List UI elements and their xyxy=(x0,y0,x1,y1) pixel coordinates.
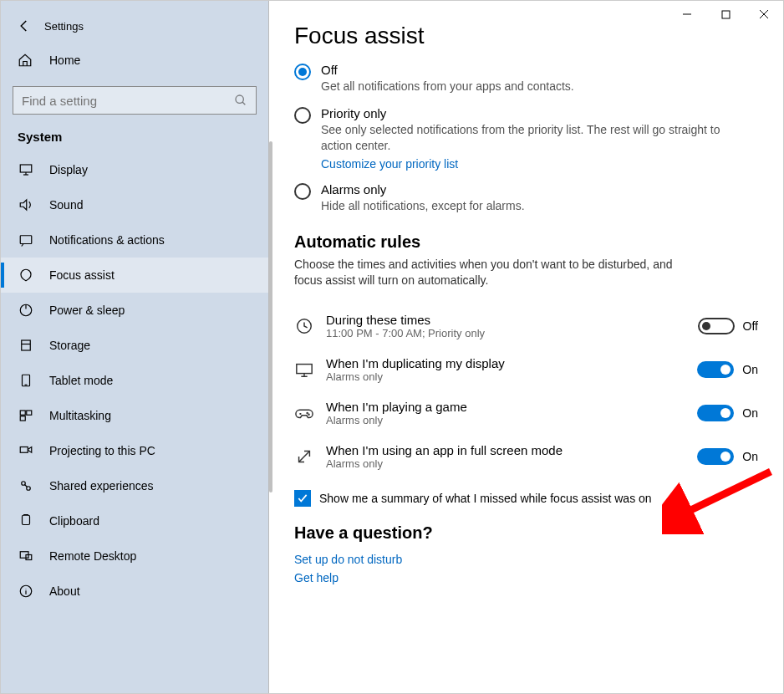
search-input[interactable] xyxy=(22,94,234,108)
radio-option-off[interactable]: OffGet all notifications from your apps … xyxy=(294,63,729,94)
rule-toggle-label: On xyxy=(742,450,758,463)
rule-title: When I'm duplicating my display xyxy=(326,356,697,370)
home-label: Home xyxy=(49,54,80,67)
sidebar-item-power-sleep[interactable]: Power & sleep xyxy=(1,293,268,328)
rule-toggle[interactable] xyxy=(697,448,734,465)
svg-rect-20 xyxy=(23,515,30,524)
nav-label: Projecting to this PC xyxy=(49,444,155,457)
summary-checkbox[interactable] xyxy=(294,490,311,507)
nav-icon xyxy=(18,232,34,247)
svg-marker-5 xyxy=(20,200,27,210)
radio-icon xyxy=(294,64,311,80)
nav-icon xyxy=(18,303,34,318)
rule-when-i-m-using-an-app-in-full-screen-mode[interactable]: When I'm using an app in full screen mod… xyxy=(294,435,758,478)
rule-toggle[interactable] xyxy=(697,405,734,421)
sidebar-item-multitasking[interactable]: Multitasking xyxy=(1,398,268,433)
rule-toggle-label: On xyxy=(742,363,758,376)
automatic-rules-heading: Automatic rules xyxy=(294,232,758,252)
svg-rect-27 xyxy=(722,11,730,18)
nav-icon xyxy=(18,268,34,283)
customize-link[interactable]: Customize your priority list xyxy=(321,157,458,171)
sidebar-item-notifications-actions[interactable]: Notifications & actions xyxy=(1,222,268,258)
home-icon xyxy=(18,53,34,68)
home-nav[interactable]: Home xyxy=(1,41,268,79)
sidebar-item-projecting-to-this-pc[interactable]: Projecting to this PC xyxy=(1,433,268,468)
radio-desc: Get all notifications from your apps and… xyxy=(321,79,729,94)
close-button[interactable] xyxy=(745,1,783,28)
nav-label: Notifications & actions xyxy=(49,233,165,247)
radio-option-alarms-only[interactable]: Alarms onlyHide all notifications, excep… xyxy=(294,182,729,214)
svg-rect-9 xyxy=(22,340,31,350)
nav-label: About xyxy=(49,584,80,598)
radio-option-priority-only[interactable]: Priority onlySee only selected notificat… xyxy=(294,106,729,171)
radio-icon xyxy=(294,107,311,124)
nav-icon xyxy=(18,338,34,353)
rule-icon xyxy=(294,404,314,422)
question-link-0[interactable]: Set up do not disturb xyxy=(294,553,402,566)
rule-sub: 11:00 PM - 7:00 AM; Priority only xyxy=(326,327,698,339)
summary-checkbox-label: Show me a summary of what I missed while… xyxy=(319,492,652,505)
svg-point-37 xyxy=(308,414,309,415)
nav-icon xyxy=(18,443,34,458)
nav-label: Display xyxy=(49,163,88,176)
svg-rect-14 xyxy=(27,411,32,415)
rule-toggle[interactable] xyxy=(698,318,735,334)
sidebar-item-sound[interactable]: Sound xyxy=(1,187,268,222)
svg-line-1 xyxy=(242,102,245,105)
rule-title: When I'm using an app in full screen mod… xyxy=(326,443,697,457)
sidebar-item-shared-experiences[interactable]: Shared experiences xyxy=(1,468,268,503)
nav-icon xyxy=(18,197,34,212)
back-button[interactable] xyxy=(14,16,34,36)
nav-icon xyxy=(18,513,34,528)
minimize-button[interactable] xyxy=(668,1,706,28)
nav-label: Multitasking xyxy=(49,409,111,422)
nav-icon xyxy=(18,373,34,388)
nav-icon xyxy=(18,549,34,564)
sidebar-item-remote-desktop[interactable]: Remote Desktop xyxy=(1,538,268,574)
rule-when-i-m-duplicating-my-display[interactable]: When I'm duplicating my displayAlarms on… xyxy=(294,348,758,391)
radio-title: Alarms only xyxy=(321,182,729,196)
nav-label: Power & sleep xyxy=(49,304,125,317)
nav-icon xyxy=(18,584,34,599)
svg-rect-6 xyxy=(20,236,32,244)
sidebar-item-tablet-mode[interactable]: Tablet mode xyxy=(1,363,268,398)
svg-point-36 xyxy=(307,412,308,413)
svg-rect-16 xyxy=(20,447,28,453)
rule-during-these-times[interactable]: During these times11:00 PM - 7:00 AM; Pr… xyxy=(294,304,758,348)
nav-icon xyxy=(18,162,34,177)
nav-icon xyxy=(18,478,34,493)
nav-label: Shared experiences xyxy=(49,479,154,492)
nav-icon xyxy=(18,408,34,423)
svg-rect-31 xyxy=(297,364,312,373)
svg-rect-2 xyxy=(20,165,32,172)
window-title: Settings xyxy=(44,20,84,33)
sidebar-item-focus-assist[interactable]: Focus assist xyxy=(1,258,268,293)
rule-sub: Alarms only xyxy=(326,414,697,426)
rule-icon xyxy=(294,360,314,379)
sidebar-item-clipboard[interactable]: Clipboard xyxy=(1,503,268,538)
rule-sub: Alarms only xyxy=(326,370,697,383)
rule-toggle[interactable] xyxy=(697,361,734,378)
svg-point-0 xyxy=(236,95,243,103)
nav-label: Storage xyxy=(49,339,90,352)
nav-label: Sound xyxy=(49,198,83,212)
rule-sub: Alarms only xyxy=(326,457,697,470)
svg-rect-15 xyxy=(20,416,25,421)
sidebar-item-storage[interactable]: Storage xyxy=(1,328,268,363)
radio-desc: See only selected notifications from the… xyxy=(321,122,729,154)
rule-title: When I'm playing a game xyxy=(326,400,697,414)
nav-label: Tablet mode xyxy=(49,374,113,387)
sidebar-item-about[interactable]: About xyxy=(1,574,268,609)
rule-when-i-m-playing-a-game[interactable]: When I'm playing a gameAlarms onlyOn xyxy=(294,391,758,435)
radio-desc: Hide all notifications, except for alarm… xyxy=(321,198,729,214)
question-link-1[interactable]: Get help xyxy=(294,571,339,584)
nav-label: Remote Desktop xyxy=(49,549,136,563)
rule-icon xyxy=(294,447,314,466)
question-heading: Have a question? xyxy=(294,523,758,543)
search-box[interactable] xyxy=(13,86,257,115)
maximize-button[interactable] xyxy=(706,1,745,28)
sidebar-item-display[interactable]: Display xyxy=(1,152,268,187)
nav-label: Focus assist xyxy=(49,268,115,282)
rule-toggle-label: Off xyxy=(743,319,758,333)
nav-label: Clipboard xyxy=(49,514,99,528)
